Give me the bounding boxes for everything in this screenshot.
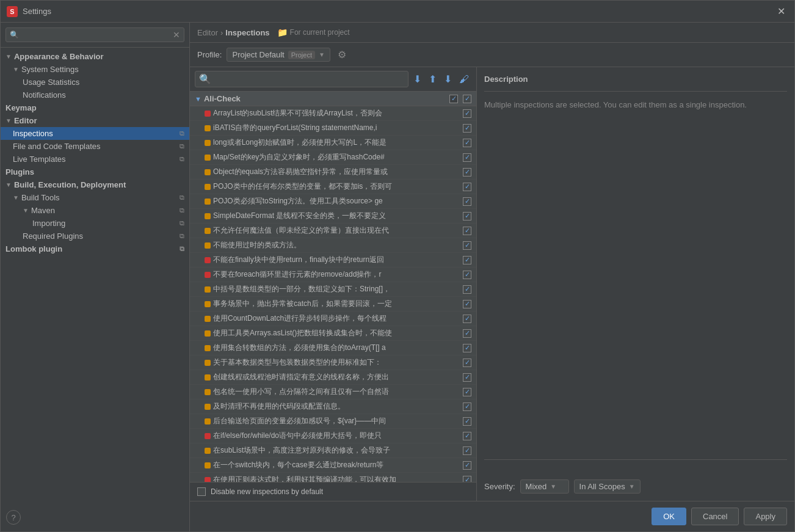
table-row[interactable]: 不要在foreach循环里进行元素的remove/add操作，r ✓ — [190, 268, 476, 282]
expand-all-button[interactable]: ⬆ — [426, 72, 439, 86]
sidebar-item-importing[interactable]: Importing ⧉ — [1, 217, 189, 230]
sidebar-item-inspections[interactable]: Inspections ⧉ — [1, 127, 189, 140]
item-checkbox[interactable]: ✓ — [463, 388, 471, 396]
cancel-button[interactable]: Cancel — [691, 508, 739, 525]
sidebar-item-lombok-plugin[interactable]: Lombok plugin ⧉ — [1, 242, 189, 255]
table-row[interactable]: POJO类必须写toString方法。使用工具类source> ge ✓ — [190, 194, 476, 209]
item-checkbox[interactable]: ✓ — [463, 241, 471, 250]
collapse-all-button[interactable]: ⬇ — [441, 72, 454, 86]
filter-button[interactable]: ⬇ — [411, 72, 424, 86]
item-checkbox[interactable]: ✓ — [463, 168, 471, 177]
table-row[interactable]: 在subList场景中，高度注意对原列表的修改，会导致子 ✓ — [190, 443, 476, 458]
item-checkbox[interactable]: ✓ — [463, 315, 471, 323]
inspection-tree[interactable]: ▼ Ali-Check ✓ ✓ ArrayList — [190, 92, 476, 482]
item-checkbox[interactable]: ✓ — [463, 300, 471, 308]
filter-search-input[interactable] — [214, 75, 404, 84]
item-checkbox[interactable]: ✓ — [463, 197, 471, 206]
sidebar-item-appearance[interactable]: ▼ Appearance & Behavior — [1, 50, 189, 63]
copy-icon: ⧉ — [180, 219, 184, 227]
table-row[interactable]: 在if/else/for/while/do语句中必须使用大括号，即使只 ✓ — [190, 429, 476, 443]
sidebar-item-maven[interactable]: ▼ Maven ⧉ — [1, 204, 189, 217]
item-checkbox[interactable]: ✓ — [463, 183, 471, 191]
search-box: 🔍 plugin ✕ — [1, 23, 189, 48]
item-checkbox[interactable]: ✓ — [463, 109, 471, 118]
table-row[interactable]: 使用CountDownLatch进行异步转同步操作，每个线程 ✓ — [190, 312, 476, 326]
disable-new-inspections-checkbox[interactable] — [197, 487, 206, 496]
sidebar-item-build-exec-deploy[interactable]: ▼ Build, Execution, Deployment — [1, 178, 189, 191]
item-checkbox[interactable]: ✓ — [463, 212, 471, 220]
expand-arrow: ▼ — [13, 66, 19, 73]
sidebar-item-plugins[interactable]: Plugins — [1, 166, 189, 178]
item-checkbox[interactable]: ✓ — [463, 417, 471, 426]
sidebar-item-usage-statistics[interactable]: Usage Statistics — [1, 76, 189, 89]
sidebar-item-editor[interactable]: ▼ Editor — [1, 114, 189, 127]
dropdown-arrow-icon: ▼ — [629, 483, 635, 490]
search-clear-icon[interactable]: ✕ — [173, 30, 180, 40]
table-row[interactable]: 不能使用过时的类或方法。 ✓ — [190, 238, 476, 253]
item-checkbox[interactable]: ✓ — [463, 256, 471, 264]
item-checkbox[interactable]: ✓ — [463, 227, 471, 235]
scope-select[interactable]: In All Scopes ▼ — [574, 479, 641, 494]
table-row[interactable]: ArrayList的subList结果不可强转成ArrayList，否则会 ✓ — [190, 106, 476, 121]
item-checkbox[interactable]: ✓ — [463, 373, 471, 382]
item-checkbox[interactable]: ✓ — [463, 403, 471, 411]
table-row[interactable]: POJO类中的任何布尔类型的变量，都不要加is，否则可 ✓ — [190, 180, 476, 194]
sidebar-item-system-settings[interactable]: ▼ System Settings — [1, 63, 189, 76]
table-row[interactable]: 关于基本数据类型与包装数据类型的使用标准如下： ✓ — [190, 355, 476, 370]
check-icon: ✓ — [465, 446, 470, 454]
ok-button[interactable]: OK — [652, 508, 686, 525]
severity-dot-icon — [205, 242, 211, 249]
item-checkbox[interactable]: ✓ — [463, 329, 471, 338]
item-checkbox[interactable]: ✓ — [463, 359, 471, 367]
item-checkbox[interactable]: ✓ — [463, 432, 471, 440]
table-row[interactable]: 使用集合转数组的方法，必须使用集合的toArray(T[] a ✓ — [190, 341, 476, 355]
table-row[interactable]: 不能在finally块中使用return，finally块中的return返回 … — [190, 253, 476, 268]
sidebar-item-keymap[interactable]: Keymap — [1, 101, 189, 114]
table-row[interactable]: 在使用正则表达式时，利用好其预编译功能，可以有效加 ✓ — [190, 473, 476, 482]
item-checkbox[interactable]: ✓ — [463, 153, 471, 162]
help-button[interactable]: ? — [6, 510, 21, 525]
table-row[interactable]: 在一个switch块内，每个case要么通过break/return等 ✓ — [190, 458, 476, 473]
filter-search[interactable]: 🔍 — [195, 71, 408, 87]
group-item-checkbox[interactable]: ✓ — [463, 95, 471, 103]
item-checkbox[interactable]: ✓ — [463, 344, 471, 352]
item-checkbox[interactable]: ✓ — [463, 124, 471, 133]
item-checkbox[interactable]: ✓ — [463, 139, 471, 147]
table-row[interactable]: 及时清理不再使用的代码段或配置信息。 ✓ — [190, 399, 476, 414]
apply-button[interactable]: Apply — [744, 508, 787, 525]
table-row[interactable]: iBATIS自带的queryForList(String statementNa… — [190, 121, 476, 136]
table-row[interactable]: 中括号是数组类型的一部分，数组定义如下：String[]， ✓ — [190, 282, 476, 297]
sidebar-item-required-plugins[interactable]: Required Plugins ⧉ — [1, 230, 189, 242]
severity-dot-icon — [205, 301, 211, 307]
sidebar-item-live-templates[interactable]: Live Templates ⧉ — [1, 153, 189, 166]
search-input[interactable]: plugin — [21, 31, 173, 40]
group-checkbox[interactable]: ✓ — [449, 95, 458, 103]
profile-select[interactable]: Project Default Project ▼ — [227, 48, 330, 62]
description-panel: Description Multiple inspections are sel… — [477, 67, 794, 501]
ali-check-group[interactable]: ▼ Ali-Check ✓ ✓ — [190, 92, 476, 106]
table-row[interactable]: 不允许任何魔法值（即未经定义的常量）直接出现在代 ✓ — [190, 224, 476, 238]
sidebar-item-notifications[interactable]: Notifications — [1, 89, 189, 101]
sidebar-item-file-code-templates[interactable]: File and Code Templates ⧉ — [1, 140, 189, 153]
item-checkbox[interactable]: ✓ — [463, 271, 471, 279]
item-checkbox[interactable]: ✓ — [463, 476, 471, 483]
table-row[interactable]: 创建线程或线程池时请指定有意义的线程名称，方便出 ✓ — [190, 370, 476, 385]
close-button[interactable]: ✕ — [774, 4, 788, 19]
table-row[interactable]: long或者Long初始赋值时，必须使用大写的L，不能是 ✓ — [190, 136, 476, 150]
gear-icon[interactable]: ⚙ — [335, 48, 349, 62]
item-checkbox[interactable]: ✓ — [463, 285, 471, 294]
table-row[interactable]: 后台输送给页面的变量必须加感叹号，${var}——中间 ✓ — [190, 414, 476, 429]
check-icon: ✓ — [465, 476, 470, 482]
table-row[interactable]: SimpleDateFormat 是线程不安全的类，一般不要定义 ✓ — [190, 209, 476, 224]
table-row[interactable]: 使用工具类Arrays.asList()把数组转换成集合时，不能使 ✓ — [190, 326, 476, 341]
table-row[interactable]: Object的equals方法容易抛空指针异常，应使用常量或 ✓ — [190, 165, 476, 180]
paint-button[interactable]: 🖌 — [457, 73, 471, 86]
item-checkbox[interactable]: ✓ — [463, 446, 471, 455]
table-row[interactable]: 事务场景中，抛出异常被catch后，如果需要回滚，一定 ✓ — [190, 297, 476, 312]
severity-select[interactable]: Mixed ▼ — [520, 479, 569, 494]
table-row[interactable]: 包名统一使用小写，点分隔符之间有且仅有一个自然语 ✓ — [190, 385, 476, 399]
sidebar-item-build-tools[interactable]: ▼ Build Tools ⧉ — [1, 191, 189, 204]
table-row[interactable]: Map/Set的key为自定义对象时，必须重写hashCode# ✓ — [190, 150, 476, 165]
search-wrap[interactable]: 🔍 plugin ✕ — [5, 27, 184, 42]
item-checkbox[interactable]: ✓ — [463, 461, 471, 470]
